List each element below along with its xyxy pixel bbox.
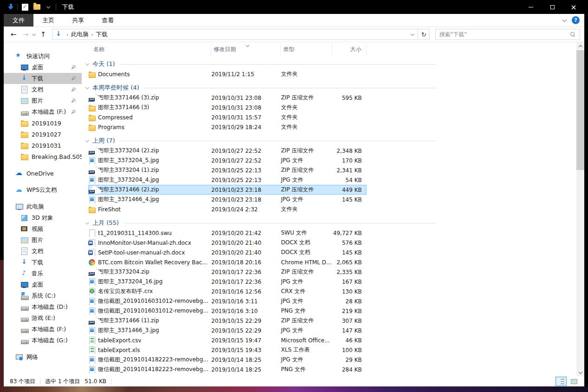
column-header-2[interactable]: 类型 [281, 43, 332, 55]
sidebar-item[interactable]: OneDrive [4, 168, 82, 179]
maximize-button[interactable] [542, 0, 563, 14]
sidebar-item[interactable]: 20191031 [4, 140, 82, 151]
sidebar-item[interactable]: 文档 [4, 84, 82, 95]
file-row[interactable]: Programs2019/10/29 18:24文件夹 [88, 122, 366, 132]
address-dropdown-button[interactable] [407, 29, 418, 39]
file-row[interactable]: 图帮主3373204.zip2019/10/17 22:36ZIP 压缩文件2,… [88, 267, 366, 277]
sidebar-item[interactable]: 图片 [4, 95, 82, 106]
file-row[interactable]: 图帮主3371466 (3).zip2019/10/31 23:08ZIP 压缩… [88, 93, 366, 103]
sidebar-item[interactable]: 本地磁盘 (F:) [4, 106, 82, 118]
group-header[interactable]: 本周早些时候 (4) [82, 83, 436, 93]
back-button[interactable]: ← [8, 29, 19, 39]
file-row[interactable]: 微信截图_20191016031012-removebg...2019/10/1… [88, 296, 366, 306]
file-type: SWU 文件 [281, 229, 332, 237]
scrollbar-thumb[interactable] [576, 50, 584, 170]
address-bar[interactable]: ›此电脑›下载 ↻ [52, 29, 430, 40]
file-type: JPG 文件 [281, 196, 332, 203]
file-date: 2019/10/23 23:18 [211, 187, 281, 193]
file-row[interactable]: Documents2019/11/2 1:15文件夹 [88, 69, 366, 79]
file-type: PNG 文件 [281, 307, 332, 315]
minimize-button[interactable] [520, 0, 542, 14]
breadcrumb-segment-1[interactable]: 下载 [96, 31, 108, 39]
tab-1[interactable]: 主页 [33, 14, 63, 26]
file-row[interactable]: 微信截图_20191014182223-removebg...2019/10/1… [88, 365, 366, 374]
file-row[interactable]: SetIP-tool-user-manual-zh.docx2019/10/20… [88, 248, 366, 257]
group-header[interactable]: 上月 (55) [82, 218, 436, 228]
sidebar-item[interactable]: 图片 [4, 235, 82, 246]
sidebar-item[interactable]: 下载 [4, 257, 82, 268]
file-row[interactable]: 图帮主3371466 (3)2019/10/31 23:08文件夹 [88, 103, 366, 112]
sidebar-item[interactable]: 此电脑 [4, 201, 82, 212]
file-row[interactable]: 名传宝贝发布助手.crx2019/10/16 12:56CRX 文件130 KB [88, 287, 366, 296]
file-date: 2019/11/2 1:15 [211, 71, 281, 78]
file-row[interactable]: BTC.com Bitcoin Wallet Recovery Bac...20… [88, 257, 366, 267]
sidebar-item-label: 图片 [32, 97, 43, 105]
sidebar-item[interactable]: 本地磁盘 (G:) [4, 335, 82, 346]
file-row[interactable]: 图帮主3373204 (2).zip2019/10/27 22:52ZIP 压缩… [88, 146, 366, 156]
sidebar-item[interactable]: 系统 (C:) [4, 290, 82, 301]
file-row[interactable]: tableExport.csv2019/10/15 19:47Microsoft… [88, 335, 366, 345]
breadcrumb-segment-0[interactable]: 此电脑 [71, 31, 89, 39]
details-view-button[interactable] [555, 377, 567, 386]
sidebar-item[interactable]: 音乐 [4, 268, 82, 279]
file-row[interactable]: FireShot2019/10/24 2:32文件夹 [88, 204, 366, 214]
forward-button[interactable]: → [20, 29, 31, 39]
sidebar-item[interactable]: WPS云文档 [4, 184, 82, 196]
properties-button[interactable] [21, 3, 29, 11]
file-type: 文件夹 [281, 113, 332, 121]
tab-2[interactable]: 共享 [63, 14, 93, 26]
sidebar-item[interactable]: 本地磁盘 (F:) [4, 324, 82, 335]
vertical-scrollbar[interactable] [576, 42, 584, 376]
file-row[interactable]: InnoMonitor-User-Manual-zh.docx2019/10/2… [88, 238, 366, 248]
file-row[interactable]: 图帮主3371466 (1).zip2019/10/15 22:29ZIP 压缩… [88, 316, 366, 326]
file-row[interactable]: 微信截图_20191014182223-removebg...2019/10/1… [88, 355, 366, 365]
help-button[interactable]: ? [572, 16, 580, 24]
sidebar-item[interactable]: 桌面 [4, 62, 82, 73]
scrollbar-down-button[interactable] [576, 369, 584, 376]
zip-file-icon [88, 167, 96, 174]
file-row[interactable]: 图帮主3371466 (2).zip2019/10/23 23:18ZIP 压缩… [88, 185, 366, 195]
sidebar-item[interactable]: 20191019 [4, 118, 82, 129]
sidebar-item[interactable]: 文档 [4, 246, 82, 257]
file-row[interactable]: 图帮主_3373204_4.jpg2019/10/25 22:13JPG 文件5… [88, 175, 366, 185]
file-date: 2019/10/20 21:40 [211, 249, 281, 256]
group-header[interactable]: 今天 (1) [82, 59, 436, 69]
file-row[interactable]: 图帮主_3373204_16.jpg2019/10/17 22:36JPG 文件… [88, 277, 366, 287]
close-button[interactable]: × [563, 0, 584, 14]
sidebar-item[interactable]: 3D 对象 [4, 212, 82, 223]
sidebar-item[interactable]: 网络 [4, 352, 82, 363]
sidebar-item[interactable]: 本地磁盘 (D:) [4, 301, 82, 313]
up-button[interactable]: ↑ [38, 29, 48, 39]
file-size: 307 KB [332, 318, 366, 324]
sidebar-item[interactable]: 20191027 [4, 129, 82, 140]
scrollbar-up-button[interactable] [576, 42, 584, 50]
file-row[interactable]: t1_20190311_114300.swu2019/10/20 21:42SW… [88, 228, 366, 238]
file-row[interactable]: Compressed2019/10/31 15:57文件夹 [88, 112, 366, 122]
column-header-3[interactable]: 大小 [332, 43, 366, 55]
tab-0[interactable]: 文件 [4, 14, 33, 26]
refresh-button[interactable]: ↻ [418, 29, 430, 40]
file-row[interactable]: 图帮主_3373204_5.jpg2019/10/27 22:52JPG 文件1… [88, 156, 366, 165]
thumbnails-view-button[interactable] [568, 377, 580, 386]
file-row[interactable]: 图帮主_3371466_4.jpg2019/10/23 23:18JPG 文件1… [88, 195, 366, 204]
drive-icon [20, 303, 28, 311]
new-folder-button[interactable] [33, 3, 41, 11]
group-header[interactable]: 上周 (7) [82, 136, 436, 146]
tab-3[interactable]: 查看 [93, 14, 123, 26]
customize-quick-access-button[interactable] [44, 3, 52, 11]
recent-locations-chevron-icon[interactable] [32, 32, 36, 36]
column-header-0[interactable]: 名称 [82, 43, 211, 55]
search-input[interactable] [436, 31, 570, 38]
expand-ribbon-chevron-icon[interactable] [562, 17, 567, 22]
sidebar-item[interactable]: Breaking.Bad.S05. [4, 151, 82, 162]
sidebar-item[interactable]: 桌面 [4, 279, 82, 290]
column-header-1[interactable]: 修改日期 [211, 43, 281, 55]
sidebar-item[interactable]: 游戏 (E:) [4, 313, 82, 324]
sidebar-item[interactable]: 视频 [4, 223, 82, 235]
file-row[interactable]: 图帮主_3371466_3.jpg2019/10/15 22:29JPG 文件1… [88, 326, 366, 335]
sidebar-item[interactable]: 下载 [4, 73, 82, 84]
file-row[interactable]: 微信截图_20191016031012-removebg...2019/10/1… [88, 306, 366, 316]
file-row[interactable]: 图帮主3373204 (1).zip2019/10/25 22:13ZIP 压缩… [88, 165, 366, 175]
file-row[interactable]: tableExport.xls2019/10/15 19:43XLS 工作表10… [88, 345, 366, 355]
sidebar-item[interactable]: 快速访问 [4, 51, 82, 62]
